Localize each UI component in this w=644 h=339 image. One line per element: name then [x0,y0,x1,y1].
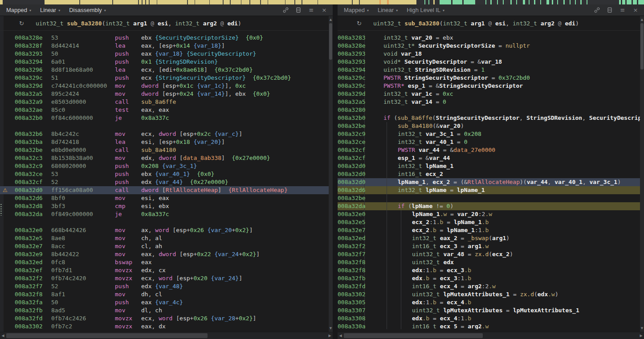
disasm-row[interactable]: 008a32d68bf0movesi, eax [0,194,329,202]
hlil-row[interactable]: 008a32fdint16_t ecx_4 = arg2:2.w [338,282,640,290]
disasm-row[interactable]: 008a32d83bf3cmpesi, ebx [0,202,329,210]
hlil-row[interactable]: 008a3293void* SecurityDescriptor = &var_… [338,58,640,66]
right-function-header[interactable]: ↻ uint32_t sub_8a3280(int32_t arg1 @ esi… [338,16,640,31]
scroll-left-arrow[interactable]: ◀ [0,332,6,339]
disasm-row[interactable]: 008a32f88af1movdh, cl [0,290,329,298]
hlil-listing[interactable]: 008a3283int32_t var_20 = ebx008a328euint… [338,31,640,329]
disasm-row[interactable]: ⚠008a32d0ff156ca08a00calldword [RtlAlloc… [0,186,329,194]
hlil-row[interactable]: 008a329cPWSTR* esp_1 = &StringSecurityDe… [338,82,640,90]
view-mode-dropdown[interactable]: Mapped ▾ [6,7,31,13]
disasm-row[interactable]: 008a32b68b4c242cmovecx, dword [esp+0x2c … [0,130,329,138]
right-horizontal-scrollbar[interactable]: ◀ ▶ [338,332,644,339]
disasm-row[interactable]: 008a32bee8bd0e0000callsub_8a4180 [0,146,329,154]
hlil-row[interactable]: 008a32f8edx:1.b = ecx_3.b [338,266,640,274]
hlil-row[interactable]: 008a32edint32_t eax_2 = _bswap(arg1) [338,234,640,242]
disasm-row[interactable]: 008a32e78accmovcl, ah [0,242,329,250]
hlil-row[interactable]: 008a32e5ecx_2:1.b = lpName_1.b [338,218,640,226]
scroll-down-arrow[interactable]: ▼ [640,326,644,331]
disasm-row[interactable]: 008a32968d8f18e68a00leaecx, [edi+0x8ae61… [0,66,329,74]
disasm-row[interactable]: 008a329c51pushecx {StringSecurityDescrip… [0,74,329,82]
right-vertical-scrollbar[interactable]: ▲ ▼ [640,16,644,332]
scrollbar-thumb[interactable] [640,23,644,69]
hlil-row[interactable]: 008a32daif (lpName != 0) [338,202,640,210]
left-vertical-scrollbar[interactable]: ▲ ▼ [329,16,333,332]
link-icon[interactable] [282,7,289,13]
hlil-row[interactable]: 008a32d0lpName_1, ecx_2 = (&RtlAllocateH… [338,178,640,186]
disasm-row[interactable]: 008a33020fb7c2movzxeax, dx [0,323,329,329]
hlil-row[interactable]: 008a32f8uint32_t edx [338,258,640,266]
hlil-row[interactable]: 008a3294uint32_t StringSDRevision = 1 [338,66,640,74]
hlil-row[interactable]: 008a32f7uint32_t var_48 = zx.d(ecx_2) [338,250,640,258]
disasm-row[interactable]: 008a32b00f84c6000000je0x8a337c [0,114,329,122]
disasm-row[interactable]: 008a32fa50pusheax {var_4c} [0,298,329,306]
left-function-header[interactable]: ↻ uint32_t sub_8a3280(int32_t arg1 @ esi… [0,16,329,31]
disasm-row[interactable]: 008a32ae85c0testeax, eax [0,106,329,114]
disasm-row[interactable]: 008a329350pusheax {var_18} {SecurityDesc… [0,50,329,58]
hlil-row[interactable]: 008a32f2int16_t ecx_3 = arg1.w [338,242,640,250]
disasm-row[interactable]: 008a32ba8d742418leaesi, [esp+0x18 {var_2… [0,138,329,146]
disasm-row[interactable]: 008a32f20fb74c2420movzxecx, word [esp+0x… [0,274,329,282]
hlil-row[interactable]: 008a3302uint32_t lpMutexAttributes_1 = z… [338,290,640,298]
disasm-row[interactable]: 008a32ed0fc8bswapeax [0,258,329,266]
pane-splitter[interactable] [333,4,338,339]
hlil-row[interactable]: 008a32e7ecx_2.b = lpName_1:1.b [338,226,640,234]
disasm-row[interactable] [0,122,329,130]
scroll-up-arrow[interactable]: ▲ [640,17,644,22]
disasm-row[interactable]: 008a329dc744241c0c000000movdword [esp+0x… [0,82,329,90]
disasm-row[interactable]: 008a32e58ae8movch, al [0,234,329,242]
hlil-row[interactable]: 008a32fbedx.b = ecx_3:1.b [338,274,640,282]
hlil-row[interactable]: 008a3283int32_t var_20 = ebx [338,34,640,42]
view-mode-dropdown[interactable]: Mapped ▾ [344,7,369,13]
disasm-row[interactable]: 008a32a9e8503d0000callsub_8a6ffe [0,98,329,106]
disassembly-listing[interactable]: 008a328e53pushebx {SecurityDescriptorSiz… [0,31,329,329]
scroll-down-arrow[interactable]: ▼ [329,326,333,331]
disasm-row[interactable]: 008a32da0f849c000000je0x8a337c [0,210,329,218]
disasm-row[interactable]: 008a32e0668b442426movax, word [esp+0x26 … [0,226,329,234]
il-view-dropdown[interactable]: Disassembly ▾ [69,7,106,13]
scroll-right-arrow[interactable]: ▶ [638,332,644,339]
layout-dropdown[interactable]: Linear ▾ [378,7,398,13]
refresh-icon[interactable]: ↻ [357,20,362,27]
pane-icon[interactable] [607,7,613,13]
disasm-row[interactable]: 008a32ef0fb7d1movzxedx, cx [0,266,329,274]
disasm-row[interactable] [0,218,329,226]
hlil-row[interactable]: 008a330aint16_t ecx_5 = arg2.w [338,323,640,329]
disasm-row[interactable]: 008a32cf52pushedx {var_44} {0x27e0000} [0,178,329,186]
hlil-row[interactable]: 008a3307uint32_t lpMutexAttributes = lpM… [338,306,640,314]
scroll-up-arrow[interactable]: ▲ [329,17,333,22]
hlil-row[interactable]: 008a3305edx:1.b = ecx_4.b [338,298,640,306]
disasm-row[interactable]: 008a328e53pushebx {SecurityDescriptorSiz… [0,34,329,42]
disasm-row[interactable]: 008a32fb8ad5movdl, ch [0,306,329,314]
hlil-row[interactable]: 008a32a5int32_t var_14 = 0 [338,98,640,106]
scrollbar-thumb[interactable] [6,333,208,338]
menu-icon[interactable]: ≡ [308,7,314,13]
refresh-icon[interactable]: ↻ [19,20,24,27]
scroll-right-arrow[interactable]: ▶ [327,332,333,339]
disasm-row[interactable]: 008a32ce53pushebx {var_40_1} {0x0} [0,170,329,178]
hlil-row[interactable]: 008a3293void var_18 [338,50,640,58]
disasm-row[interactable]: 008a328f8d442414leaeax, [esp+0x14 {var_1… [0,42,329,50]
disasm-row[interactable]: 008a32c38b1538b38a00movedx, dword [data_… [0,154,329,162]
pane-icon[interactable] [295,7,302,13]
hlil-row[interactable]: 008a329dint32_t var_1c = 0xc [338,90,640,98]
feature-map[interactable] [0,0,644,4]
disasm-row[interactable]: 008a32fd0fb74c2426movzxecx, word [esp+0x… [0,314,329,323]
disasm-row[interactable]: 008a32e98b442422moveax, dword [esp+0x22 … [0,250,329,258]
scrollbar-thumb[interactable] [344,333,483,338]
hlil-row[interactable]: 008a32cfPWSTR var_44 = &data_27e0000 [338,146,640,154]
close-icon[interactable]: × [321,7,327,13]
hlil-row[interactable]: 008a32b0if (sub_8a6ffe(StringSecurityDes… [338,114,640,122]
disasm-row[interactable]: 008a32f752pushedx {var_48} [0,282,329,290]
hlil-row[interactable]: 008a32besub_8a4180(&var_20) [338,122,640,130]
hlil-row[interactable]: 008a3308edx.b = ecx_4:1.b [338,314,640,323]
link-icon[interactable] [594,7,600,13]
hlil-row[interactable]: 008a32e0lpName_1.w = var_20:2.w [338,210,640,218]
hlil-row[interactable]: 008a32d0int32_t lpName_1 [338,162,640,170]
hlil-row[interactable]: 008a3280 [338,106,640,114]
scrollbar-thumb[interactable] [329,23,332,60]
hlil-row[interactable]: 008a32be [338,194,640,202]
il-view-dropdown[interactable]: High Level IL ▾ [407,7,444,13]
hlil-row[interactable]: 008a32c9int32_t var_3c_1 = 0x208 [338,130,640,138]
layout-dropdown[interactable]: Linear ▾ [40,7,60,13]
hlil-row[interactable]: 008a32ceint32_t var_40_1 = 0 [338,138,640,146]
